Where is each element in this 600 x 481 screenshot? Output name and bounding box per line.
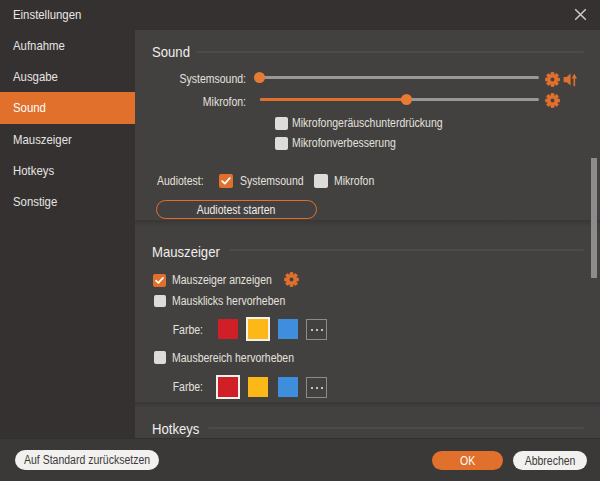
ellipsis-dot <box>316 329 318 331</box>
sidebar-item-mauszeiger[interactable]: Mauszeiger <box>0 124 135 155</box>
sidebar-item-aufnahme-label: Aufnahme <box>13 30 65 61</box>
ellipsis-dot <box>316 387 318 389</box>
clicks-color-label: Farbe: <box>163 323 203 337</box>
sidebar-item-sonstige[interactable]: Sonstige <box>0 186 135 217</box>
sidebar: Aufnahme Ausgabe Sound Mauszeiger Hotkey… <box>0 30 135 438</box>
sound-section-line <box>196 51 584 53</box>
sidebar-item-mauszeiger-label: Mauszeiger <box>13 124 72 155</box>
systemsound-settings-gear-icon[interactable] <box>545 72 560 87</box>
section-divider <box>135 402 600 408</box>
mikrofon-slider-thumb[interactable] <box>401 94 412 105</box>
mikrofon-slider-label: Mikrofon: <box>158 95 246 109</box>
checkmark-icon <box>153 274 166 287</box>
cancel-button[interactable]: Abbrechen <box>513 451 587 470</box>
cancel-button-label: Abbrechen <box>525 454 576 468</box>
hotkeys-section-title: Hotkeys <box>152 420 199 437</box>
clicks-color-blue-swatch[interactable] <box>278 319 298 339</box>
sidebar-item-sound-label: Sound <box>13 92 46 123</box>
mouse-section-title: Mauszeiger <box>152 243 220 260</box>
close-icon[interactable] <box>573 7 588 22</box>
titlebar: Einstellungen <box>0 0 600 30</box>
reset-default-button-label: Auf Standard zurücksetzen <box>24 453 150 467</box>
systemsound-slider[interactable] <box>260 72 539 83</box>
ellipsis-dot <box>311 387 313 389</box>
window-title: Einstellungen <box>13 0 81 30</box>
audiotest-label: Audiotest: <box>157 174 204 188</box>
noise-suppression-label: Mikrofongeräuschunterdrückung <box>292 116 443 130</box>
audiotest-system-label: Systemsound <box>240 174 304 188</box>
checkmark-icon <box>219 174 233 188</box>
sidebar-item-ausgabe[interactable]: Ausgabe <box>0 61 135 92</box>
ok-button[interactable]: OK <box>432 451 503 470</box>
systemsound-slider-track[interactable] <box>260 76 539 79</box>
highlight-area-label: Mausbereich hervorheben <box>172 351 294 365</box>
cursor-settings-gear-icon[interactable] <box>284 272 299 287</box>
show-cursor-label: Mauszeiger anzeigen <box>172 273 272 287</box>
settings-window: Einstellungen Aufnahme Ausgabe Sound Mau… <box>0 0 600 481</box>
hotkeys-section-line <box>208 427 584 429</box>
sidebar-item-hotkeys-label: Hotkeys <box>13 155 54 186</box>
section-divider <box>135 220 600 226</box>
sidebar-item-sonstige-label: Sonstige <box>13 186 57 217</box>
area-color-yellow-swatch[interactable] <box>248 377 268 397</box>
mouse-section-line <box>229 249 584 251</box>
area-color-more-button[interactable] <box>306 377 327 398</box>
systemsound-slider-thumb[interactable] <box>254 72 265 83</box>
mikrofon-slider[interactable] <box>260 94 539 105</box>
area-color-red-swatch[interactable] <box>218 377 238 397</box>
speaker-up-icon[interactable] <box>563 73 578 87</box>
ellipsis-dot <box>311 329 313 331</box>
sidebar-item-hotkeys[interactable]: Hotkeys <box>0 155 135 186</box>
highlight-area-checkbox[interactable] <box>154 351 167 364</box>
sidebar-item-sound[interactable]: Sound <box>0 92 135 123</box>
sidebar-item-aufnahme[interactable]: Aufnahme <box>0 30 135 61</box>
reset-default-button[interactable]: Auf Standard zurücksetzen <box>15 450 159 470</box>
ellipsis-dot <box>321 387 323 389</box>
clicks-color-yellow-swatch[interactable] <box>248 319 268 339</box>
noise-suppression-checkbox[interactable] <box>275 117 288 130</box>
audiotest-mic-checkbox[interactable] <box>314 174 328 188</box>
sidebar-item-ausgabe-label: Ausgabe <box>13 61 58 92</box>
audiotest-start-button[interactable]: Audiotest starten <box>156 200 317 219</box>
main-panel: Sound Systemsound: Mikrofon: Mikrofonger… <box>135 30 600 438</box>
audiotest-system-checkbox[interactable] <box>219 174 233 188</box>
mikrofon-settings-gear-icon[interactable] <box>545 93 560 108</box>
mic-enhancement-label: Mikrofonverbesserung <box>292 136 396 150</box>
highlight-clicks-label: Mausklicks hervorheben <box>172 294 285 308</box>
systemsound-slider-label: Systemsound: <box>158 72 246 86</box>
ok-button-label: OK <box>460 454 475 468</box>
clicks-color-red-swatch[interactable] <box>218 319 238 339</box>
ellipsis-dot <box>321 329 323 331</box>
area-color-blue-swatch[interactable] <box>278 377 298 397</box>
footer: Auf Standard zurücksetzen OK Abbrechen <box>0 438 600 481</box>
scrollbar-thumb[interactable] <box>591 158 597 278</box>
show-cursor-checkbox[interactable] <box>153 274 166 287</box>
mic-enhancement-checkbox[interactable] <box>275 137 288 150</box>
audiotest-mic-label: Mikrofon <box>334 174 374 188</box>
audiotest-start-button-label: Audiotest starten <box>197 203 276 217</box>
clicks-color-more-button[interactable] <box>306 319 327 340</box>
area-color-label: Farbe: <box>163 380 203 394</box>
mikrofon-slider-fill <box>260 98 407 101</box>
highlight-clicks-checkbox[interactable] <box>154 295 167 308</box>
sound-section-title: Sound <box>152 43 190 60</box>
